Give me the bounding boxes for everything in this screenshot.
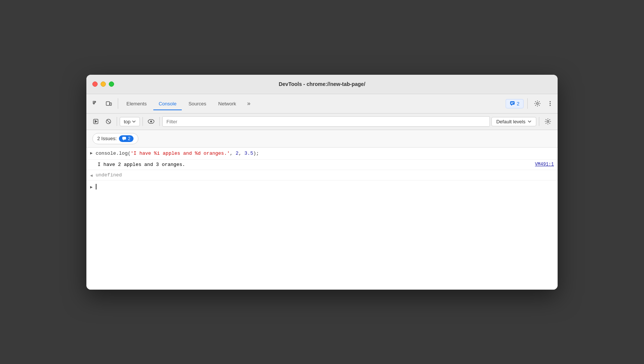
inspector-icon-button[interactable] [89,98,101,109]
gear-icon-2 [545,118,551,125]
context-selector[interactable]: top [120,117,140,126]
issues-badge-button[interactable]: 2 [506,99,524,108]
block-icon [105,118,111,124]
svg-point-6 [550,101,551,102]
traffic-lights [92,81,114,87]
filter-input[interactable] [162,116,490,127]
more-options-button[interactable] [546,98,555,109]
chevron-down-icon-2 [528,120,531,123]
tab-elements[interactable]: Elements [121,97,152,110]
eye-button[interactable] [145,116,157,127]
svg-marker-10 [95,120,97,123]
default-levels-button[interactable]: Default levels [491,117,536,126]
chat-icon [510,101,515,106]
chevron-down-icon [132,120,136,123]
minimize-button[interactable] [101,81,106,87]
svg-point-5 [537,103,539,105]
console-entry-log: ▶ console.log('I have %i apples and %d o… [86,148,558,160]
issues-count-badge: 2 [119,135,134,142]
toolbar-divider-4 [539,117,539,126]
play-icon [93,118,99,124]
more-tabs-button[interactable]: » [243,98,255,109]
kebab-icon [547,101,553,107]
tab-divider-1 [118,98,118,109]
svg-point-14 [150,121,152,123]
console-input-row[interactable]: ▶ [86,181,558,192]
eye-icon [148,119,154,124]
chat-icon-2 [122,136,126,141]
svg-rect-0 [106,102,110,105]
toolbar-divider-3 [159,117,160,126]
svg-rect-4 [511,104,513,104]
clear-console-button[interactable] [90,116,101,127]
prompt-arrow: ▶ [90,185,93,189]
window-title: DevTools - chrome://new-tab-page/ [279,81,365,87]
tab-network[interactable]: Network [213,97,242,110]
settings-button[interactable] [531,98,543,109]
toolbar-divider-1 [117,117,117,126]
close-button[interactable] [92,81,98,87]
toolbar-divider-2 [142,117,143,126]
svg-point-7 [550,103,551,104]
console-cursor [96,184,96,189]
console-entry-undefined: ◀ undefined [86,170,558,181]
tab-sources[interactable]: Sources [183,97,212,110]
console-source-link[interactable]: VM491:1 [535,162,554,167]
no-entry-button[interactable] [103,116,114,127]
console-content: ▶ console.log('I have %i apples and %d o… [86,148,558,290]
svg-point-15 [547,121,549,123]
devtools-window: DevTools - chrome://new-tab-page/ Elemen… [86,75,558,290]
issues-pill-button[interactable]: 2 Issues: 2 [92,133,138,144]
return-arrow: ◀ [90,173,93,178]
tab-divider-2 [527,98,528,109]
gear-icon [534,100,541,107]
svg-rect-16 [122,137,126,140]
devtools-tabs-bar: Elements Console Sources Network » 2 [86,94,558,114]
undefined-text: undefined [96,172,122,178]
console-settings-button[interactable] [542,115,554,127]
svg-line-12 [107,120,110,123]
tabs-right-section: 2 [506,98,555,109]
console-log-line: console.log('I have %i apples and %d ora… [96,150,554,157]
console-entry-output: I have 2 apples and 3 oranges. VM491:1 [86,160,558,170]
expand-arrow[interactable]: ▶ [90,151,93,155]
device-toolbar-icon-button[interactable] [103,98,115,109]
titlebar: DevTools - chrome://new-tab-page/ [86,75,558,94]
maximize-button[interactable] [109,81,114,87]
svg-point-8 [550,105,551,106]
issues-bar: 2 Issues: 2 [86,130,558,148]
svg-rect-1 [110,103,111,105]
tab-console[interactable]: Console [153,97,182,110]
svg-rect-3 [511,102,514,103]
console-toolbar: top Default levels [86,114,558,130]
console-output-text: I have 2 apples and 3 oranges. [98,162,185,167]
